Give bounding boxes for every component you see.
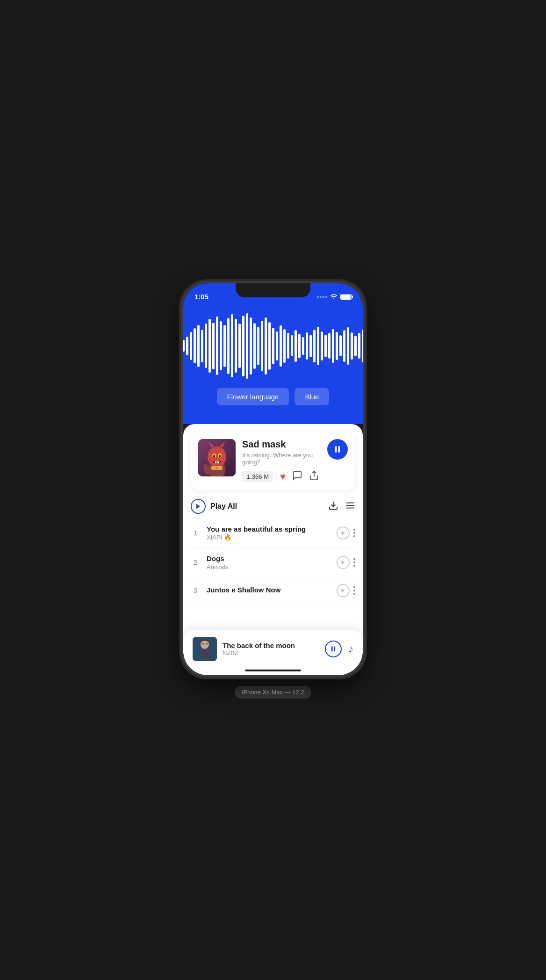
wave-bar xyxy=(238,324,241,368)
wave-bar xyxy=(298,334,301,358)
signal-icon xyxy=(317,296,327,298)
wave-bar xyxy=(321,331,323,360)
wave-bar xyxy=(194,328,196,363)
track-item: 2 Dogs Animals xyxy=(191,548,355,577)
wave-bar xyxy=(265,317,267,375)
home-indicator[interactable] xyxy=(245,670,301,671)
menu-icon[interactable] xyxy=(345,500,355,512)
svg-point-29 xyxy=(202,642,204,645)
track-name: Juntos e Shallow Now xyxy=(207,586,330,594)
track-more-button[interactable] xyxy=(353,529,355,537)
white-section: Sad mask It's raining. Where are you goi… xyxy=(183,424,363,675)
mini-song-title: The back of the moon xyxy=(223,641,319,649)
wave-bar xyxy=(231,314,233,377)
wave-bar xyxy=(313,330,316,362)
wave-bar xyxy=(362,330,363,362)
wave-bar xyxy=(324,335,327,357)
track-item: 3 Juntos e Shallow Now xyxy=(191,577,355,604)
song-meta: 1.366 M ♥ xyxy=(242,470,321,483)
svg-rect-28 xyxy=(201,649,209,658)
wave-bar xyxy=(343,330,345,362)
wave-bar xyxy=(253,323,256,369)
track-details: You are as beautiful as spring XIAPI🔥 xyxy=(207,525,330,541)
notch xyxy=(236,283,310,297)
mini-controls: ♪ xyxy=(325,641,353,657)
track-number: 2 xyxy=(191,558,200,566)
wave-bar xyxy=(183,340,185,352)
wave-bar xyxy=(212,323,215,369)
play-all-button[interactable] xyxy=(191,499,206,514)
download-icon[interactable] xyxy=(328,500,338,512)
tag-flower-language[interactable]: Flower language xyxy=(217,388,289,405)
vol-up-button[interactable] xyxy=(182,363,183,391)
power-button[interactable] xyxy=(363,368,364,405)
tag-blue[interactable]: Blue xyxy=(295,388,329,405)
svg-point-8 xyxy=(213,455,215,458)
track-artist: XIAPI🔥 xyxy=(207,534,330,541)
mini-pause-button[interactable] xyxy=(325,641,342,657)
wave-bar xyxy=(205,324,207,368)
wave-bar xyxy=(190,332,192,360)
wave-bar xyxy=(351,332,353,360)
track-play-button[interactable] xyxy=(337,526,350,540)
status-icons xyxy=(317,293,352,301)
track-artist: Animals xyxy=(207,563,330,570)
track-name: Dogs xyxy=(207,555,330,562)
wave-bar xyxy=(223,325,226,367)
wave-bar xyxy=(201,330,203,362)
track-details: Dogs Animals xyxy=(207,555,330,570)
mini-song-artist: NZBZ xyxy=(223,649,319,656)
heart-icon[interactable]: ♥ xyxy=(280,471,286,482)
battery-icon xyxy=(340,294,352,300)
svg-marker-25 xyxy=(342,588,345,592)
music-note-icon[interactable]: ♪ xyxy=(348,643,353,655)
svg-rect-31 xyxy=(331,646,333,651)
comment-icon[interactable] xyxy=(292,470,302,483)
wave-bar xyxy=(250,317,252,375)
pause-button[interactable] xyxy=(327,439,348,460)
wave-bar xyxy=(272,328,274,364)
wave-bar xyxy=(302,337,304,355)
wave-bar xyxy=(186,337,188,355)
wave-bar xyxy=(242,316,244,376)
song-title: Sad mask xyxy=(242,439,321,450)
wave-bar xyxy=(268,322,271,370)
svg-rect-11 xyxy=(217,461,219,463)
track-more-button[interactable] xyxy=(353,558,355,567)
play-count: 1.366 M xyxy=(242,471,273,482)
wave-bar xyxy=(291,335,293,356)
track-number: 1 xyxy=(191,529,200,537)
track-details: Juntos e Shallow Now xyxy=(207,586,330,595)
wave-bar xyxy=(328,333,330,359)
wave-bar xyxy=(220,321,222,370)
wave-bar xyxy=(283,329,286,363)
svg-rect-17 xyxy=(338,446,340,452)
track-name: You are as beautiful as spring xyxy=(207,525,330,533)
song-info: Sad mask It's raining. Where are you goi… xyxy=(242,439,321,483)
svg-marker-23 xyxy=(342,531,345,535)
wave-bar xyxy=(227,318,230,374)
wave-bar xyxy=(197,325,200,367)
wave-bar xyxy=(295,330,297,362)
track-controls xyxy=(337,584,355,597)
svg-rect-10 xyxy=(215,461,216,463)
status-time: 1:05 xyxy=(194,293,208,301)
svg-point-3 xyxy=(208,447,226,467)
wave-bar xyxy=(261,321,263,371)
vol-down-button[interactable] xyxy=(182,398,183,426)
track-more-button[interactable] xyxy=(353,586,355,595)
wave-bar xyxy=(257,327,259,365)
share-icon[interactable] xyxy=(309,470,319,483)
fire-icon: 🔥 xyxy=(224,534,231,541)
phone-frame: 1:05 xyxy=(182,282,364,677)
wave-bar xyxy=(336,332,338,360)
wave-bar xyxy=(216,317,218,375)
track-play-button[interactable] xyxy=(337,556,350,569)
track-play-button[interactable] xyxy=(337,584,350,597)
tags-row: Flower language Blue xyxy=(217,388,330,405)
track-controls xyxy=(337,556,355,569)
now-playing-card: Sad mask It's raining. Where are you goi… xyxy=(191,432,355,490)
wave-bar xyxy=(358,333,360,359)
hero-area: Flower language Blue xyxy=(183,304,363,424)
wave-bar xyxy=(317,327,319,365)
